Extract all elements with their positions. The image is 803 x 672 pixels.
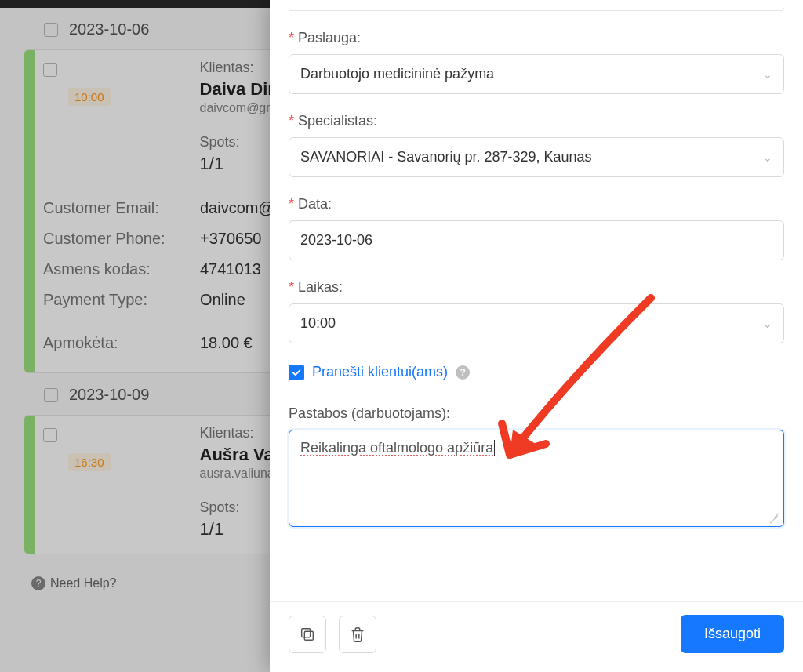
- delete-button[interactable]: [339, 616, 376, 653]
- date-checkbox[interactable]: [44, 23, 58, 37]
- help-icon: ?: [31, 576, 45, 590]
- paslauga-value: Darbuotojo medicininė pažyma: [300, 66, 494, 82]
- svg-rect-1: [302, 628, 311, 637]
- prev-field-edge: [289, 8, 784, 11]
- paslauga-select[interactable]: Darbuotojo medicininė pažyma ⌄: [289, 54, 784, 94]
- notes-value: Reikalinga oftalmologo apžiūra: [300, 440, 493, 456]
- resize-handle-icon[interactable]: [768, 511, 779, 522]
- info-icon[interactable]: ?: [456, 365, 470, 380]
- row-checkbox[interactable]: [43, 428, 57, 442]
- chevron-down-icon: ⌄: [763, 151, 772, 164]
- data-value: 2023-10-06: [300, 232, 372, 248]
- specialistas-value: SAVANORIAI - Savanorių pr. 287-329, Kaun…: [300, 149, 592, 165]
- svg-rect-0: [304, 631, 313, 640]
- check-icon: [291, 367, 302, 378]
- chevron-down-icon: ⌄: [763, 68, 772, 81]
- time-badge: 16:30: [68, 453, 111, 471]
- copy-icon: [299, 626, 316, 643]
- help-link[interactable]: ? Need Help?: [31, 576, 117, 590]
- data-input[interactable]: 2023-10-06: [289, 220, 784, 260]
- laikas-select[interactable]: 10:00 ⌄: [289, 303, 784, 343]
- copy-button[interactable]: [289, 616, 326, 653]
- notes-textarea[interactable]: Reikalinga oftalmologo apžiūra: [289, 430, 784, 527]
- laikas-value: 10:00: [300, 315, 336, 332]
- status-bar: [24, 50, 35, 372]
- specialistas-select[interactable]: SAVANORIAI - Savanorių pr. 287-329, Kaun…: [289, 137, 784, 177]
- laikas-label: Laikas:: [289, 279, 784, 296]
- help-label: Need Help?: [50, 576, 117, 590]
- row-checkbox[interactable]: [43, 63, 57, 77]
- date-label: 2023-10-06: [69, 20, 149, 38]
- notes-label: Pastabos (darbuotojams):: [289, 405, 784, 422]
- trash-icon: [349, 626, 366, 643]
- data-label: Data:: [289, 196, 784, 212]
- edit-drawer: Paslauga: Darbuotojo medicininė pažyma ⌄…: [270, 0, 803, 672]
- date-label: 2023-10-09: [69, 386, 149, 404]
- paslauga-label: Paslauga:: [289, 30, 784, 46]
- chevron-down-icon: ⌄: [763, 318, 772, 330]
- notify-label: Pranešti klientui(ams): [312, 364, 448, 380]
- date-checkbox[interactable]: [44, 388, 58, 402]
- drawer-footer: Išsaugoti: [270, 601, 803, 672]
- specialistas-label: Specialistas:: [289, 113, 784, 129]
- time-badge: 10:00: [68, 88, 111, 106]
- notify-checkbox[interactable]: [289, 365, 304, 380]
- status-bar: [24, 416, 35, 554]
- save-button[interactable]: Išsaugoti: [681, 615, 784, 653]
